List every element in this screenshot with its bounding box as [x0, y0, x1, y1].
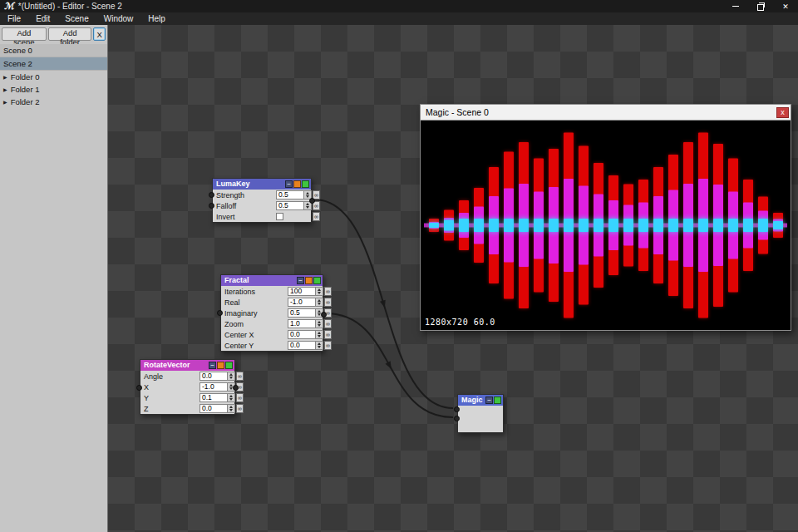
- spinner[interactable]: [316, 287, 323, 296]
- spinner-down-icon[interactable]: [229, 398, 233, 401]
- spinner-down-icon[interactable]: [306, 206, 309, 209]
- node-orange-button[interactable]: [217, 362, 224, 369]
- node-titlebar[interactable]: Magic−: [458, 395, 503, 406]
- spinner-down-icon[interactable]: [229, 377, 233, 379]
- node-minus-button[interactable]: −: [297, 277, 304, 284]
- node-titlebar[interactable]: LumaKey−: [213, 179, 311, 190]
- spinner-down-icon[interactable]: [229, 409, 233, 411]
- node-titlebar[interactable]: Fractal−: [221, 275, 323, 286]
- close-button[interactable]: ✕: [773, 0, 798, 12]
- param-value-input[interactable]: 0.0: [288, 330, 316, 339]
- node-fractal[interactable]: Fractal−Iterations100∞Real-1.0∞Imaginary…: [220, 274, 323, 352]
- input-dot[interactable]: [136, 385, 142, 391]
- preview-window[interactable]: Magic - Scene 0 x 1280x720 60.0: [420, 104, 791, 331]
- folder-item-folder-1[interactable]: ▶Folder 1: [0, 83, 107, 96]
- folder-expand-icon[interactable]: ▶: [3, 86, 7, 92]
- minimize-button[interactable]: [723, 0, 748, 12]
- input-dot[interactable]: [454, 406, 460, 412]
- node-minus-button[interactable]: −: [485, 397, 493, 404]
- menu-help[interactable]: Help: [140, 12, 173, 25]
- panel-close-button[interactable]: X: [93, 27, 106, 41]
- spinner-up-icon[interactable]: [318, 288, 321, 291]
- param-value-input[interactable]: 0.5: [288, 308, 316, 318]
- node-canvas[interactable]: Magic - Scene 0 x 1280x720 60.0 LumaKey−…: [108, 25, 798, 532]
- node-green-button[interactable]: [302, 180, 309, 188]
- spinner[interactable]: [316, 341, 323, 350]
- link-icon[interactable]: ∞: [236, 393, 244, 402]
- node-minus-button[interactable]: −: [209, 362, 216, 369]
- node-orange-button[interactable]: [305, 277, 313, 284]
- folder-item-folder-0[interactable]: ▶Folder 0: [0, 71, 107, 83]
- scene-item-scene-2[interactable]: Scene 2: [0, 57, 107, 71]
- link-icon[interactable]: ∞: [324, 287, 332, 296]
- spinner-down-icon[interactable]: [318, 303, 321, 305]
- node-green-button[interactable]: [225, 362, 233, 369]
- preview-titlebar[interactable]: Magic - Scene 0 x: [421, 105, 791, 121]
- param-value-input[interactable]: 0.5: [276, 190, 304, 200]
- add-folder-button[interactable]: Add folder: [48, 27, 91, 41]
- node-magic[interactable]: Magic−: [457, 394, 504, 433]
- node-green-button[interactable]: [313, 277, 321, 284]
- param-value-input[interactable]: 0.0: [200, 404, 228, 413]
- param-value-input[interactable]: -1.0: [288, 298, 316, 307]
- param-value-input[interactable]: 0.1: [200, 393, 228, 402]
- spinner-up-icon[interactable]: [229, 373, 233, 376]
- param-checkbox[interactable]: [276, 213, 283, 220]
- spinner-down-icon[interactable]: [306, 195, 309, 198]
- spinner[interactable]: [316, 298, 323, 307]
- param-value-input[interactable]: 100: [288, 287, 316, 296]
- restore-button[interactable]: [748, 0, 773, 12]
- spinner[interactable]: [228, 372, 235, 381]
- menu-window[interactable]: Window: [96, 12, 141, 25]
- spinner-up-icon[interactable]: [306, 203, 309, 205]
- preview-close-button[interactable]: x: [776, 107, 789, 118]
- link-icon[interactable]: ∞: [236, 404, 244, 413]
- menu-scene[interactable]: Scene: [57, 12, 96, 25]
- spinner-up-icon[interactable]: [318, 321, 321, 323]
- link-icon[interactable]: ∞: [313, 212, 320, 221]
- spinner-up-icon[interactable]: [229, 395, 233, 397]
- folder-expand-icon[interactable]: ▶: [3, 99, 7, 105]
- input-dot[interactable]: [217, 310, 223, 316]
- spinner-up-icon[interactable]: [318, 310, 321, 313]
- node-lumakey[interactable]: LumaKey−Strength0.5∞Falloff0.5∞Invert∞: [212, 178, 312, 223]
- input-dot[interactable]: [209, 203, 214, 209]
- spinner-up-icon[interactable]: [318, 332, 321, 334]
- link-icon[interactable]: ∞: [236, 372, 244, 381]
- param-value-input[interactable]: 1.0: [288, 319, 316, 328]
- spinner[interactable]: [228, 393, 235, 402]
- spinner-up-icon[interactable]: [318, 342, 321, 345]
- spinner-down-icon[interactable]: [318, 346, 321, 348]
- folder-item-folder-2[interactable]: ▶Folder 2: [0, 96, 107, 108]
- input-dot[interactable]: [454, 416, 460, 421]
- folder-expand-icon[interactable]: ▶: [3, 74, 7, 80]
- spinner-down-icon[interactable]: [318, 335, 321, 337]
- menu-file[interactable]: File: [0, 12, 28, 25]
- node-green-button[interactable]: [494, 397, 501, 404]
- param-value-input[interactable]: 0.0: [288, 341, 316, 350]
- output-dot[interactable]: [321, 312, 327, 318]
- add-scene-button[interactable]: Add scene: [2, 27, 47, 41]
- node-minus-button[interactable]: −: [285, 180, 293, 188]
- output-dot[interactable]: [309, 198, 315, 204]
- output-dot[interactable]: [233, 385, 239, 391]
- spinner[interactable]: [316, 330, 323, 339]
- node-titlebar[interactable]: RotateVector−: [140, 360, 234, 371]
- spinner[interactable]: [228, 404, 235, 413]
- spinner[interactable]: [316, 319, 323, 328]
- node-rotatevector[interactable]: RotateVector−Angle0.0∞X-1.0∞Y0.1∞Z0.0∞: [140, 359, 235, 415]
- param-value-input[interactable]: 0.5: [276, 201, 304, 210]
- spinner-up-icon[interactable]: [318, 299, 321, 302]
- spinner-up-icon[interactable]: [306, 192, 309, 195]
- link-icon[interactable]: ∞: [324, 298, 332, 307]
- param-value-input[interactable]: 0.0: [200, 372, 228, 381]
- menu-edit[interactable]: Edit: [28, 12, 57, 25]
- spinner-up-icon[interactable]: [229, 406, 233, 408]
- link-icon[interactable]: ∞: [324, 341, 332, 350]
- spinner-down-icon[interactable]: [318, 324, 321, 327]
- param-value-input[interactable]: -1.0: [200, 382, 228, 392]
- node-orange-button[interactable]: [293, 180, 301, 188]
- input-dot[interactable]: [209, 192, 214, 198]
- link-icon[interactable]: ∞: [324, 330, 332, 339]
- scene-item-scene-0[interactable]: Scene 0: [0, 44, 107, 57]
